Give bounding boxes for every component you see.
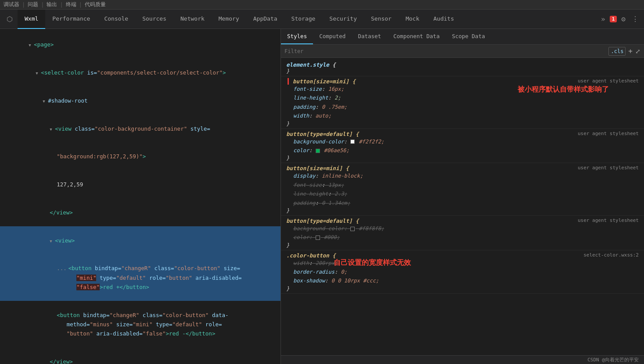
css-prop: border-radius: 0; — [286, 268, 639, 276]
main-content: <page> <select-color is="components/sele… — [0, 29, 644, 364]
more-tabs-icon[interactable]: » — [599, 13, 607, 25]
css-prop-strikethrough: padding: 0 1.34em; — [286, 199, 639, 207]
tree-toggle[interactable] — [50, 124, 55, 133]
css-prop: width: auto; — [286, 111, 639, 120]
dom-panel: <page> <select-color is="components/sele… — [0, 29, 281, 364]
tab-bar: ⬡ Wxml Performance Console Sources Netwo… — [0, 10, 644, 29]
css-prop-strikethrough: background-color: #f8f8f8; — [286, 224, 639, 233]
dom-line: <page> — [0, 31, 281, 59]
tab-sensor[interactable]: Sensor — [364, 10, 399, 29]
styles-panel: Styles Computed Dataset Component Data S… — [281, 29, 644, 364]
css-close-brace: } — [286, 121, 639, 127]
tab-audits[interactable]: Audits — [426, 10, 461, 29]
css-source-label: user agent stylesheet — [578, 78, 639, 84]
css-prop-strikethrough: font-size: 13px; — [286, 181, 639, 189]
bottom-bar: CSDN @向着光芒的平安 — [281, 355, 644, 364]
css-source-label: select-color.wxss:2 — [583, 252, 639, 258]
style-tab-bar: Styles Computed Dataset Component Data S… — [281, 29, 644, 45]
css-block-1: user agent stylesheet button[size=mini] … — [281, 76, 644, 129]
css-block-element-style: element.style { } — [281, 60, 644, 76]
tab-console[interactable]: Console — [97, 10, 135, 29]
menu-icon[interactable]: ⋮ — [630, 13, 640, 25]
dom-line: 127,2,59 — [0, 171, 281, 199]
style-tab-dataset[interactable]: Dataset — [352, 29, 387, 44]
tab-wxml[interactable]: Wxml — [18, 10, 45, 29]
style-tab-component-data[interactable]: Component Data — [387, 29, 446, 44]
css-source-label: user agent stylesheet — [578, 131, 639, 136]
css-prop: color: #06ae56; — [286, 146, 639, 155]
settings-icon[interactable]: ⚙ — [619, 13, 627, 25]
tree-toggle[interactable] — [50, 236, 55, 245]
annotation-text: 被小程序默认自带样式影响了 — [518, 85, 609, 94]
css-block-3: user agent stylesheet button[size=mini] … — [281, 163, 644, 216]
style-tab-scope-data[interactable]: Scope Data — [446, 29, 491, 44]
tree-toggle[interactable] — [29, 40, 34, 49]
css-prop-strikethrough: line-height: 2.3; — [286, 189, 639, 198]
filter-input[interactable] — [284, 48, 608, 54]
color-swatch[interactable] — [316, 149, 320, 153]
css-prop: line-height: 2; — [286, 93, 639, 102]
color-swatch[interactable] — [350, 227, 355, 231]
tab-memory[interactable]: Memory — [212, 10, 246, 29]
css-close-brace: } — [286, 155, 639, 161]
css-selector: element.style { — [286, 61, 639, 68]
breadcrumb-item[interactable]: 输出 — [47, 1, 57, 8]
bottom-text: CSDN @向着光芒的平安 — [587, 357, 639, 363]
tab-sources[interactable]: Sources — [135, 10, 173, 29]
dom-line-selected[interactable]: <view> — [0, 226, 281, 254]
breadcrumb-item[interactable]: 代码质量 — [85, 1, 106, 8]
tab-security[interactable]: Security — [322, 10, 364, 29]
dom-line: </view> — [0, 199, 281, 227]
dom-line: #shadow-root — [0, 87, 281, 115]
badge-count: 1 — [610, 16, 617, 22]
dom-line: "background:rgb(127,2,59)"> — [0, 143, 281, 171]
breadcrumb-item[interactable]: 调试器 — [4, 1, 19, 8]
annotation-text-2: 自己设置的宽度样式无效 — [334, 258, 411, 268]
cursor-tool-icon[interactable]: ⬡ — [2, 11, 18, 27]
css-prop: padding: 0 .75em; — [286, 103, 639, 111]
dom-line[interactable]: <select-color is="components/select-colo… — [0, 59, 281, 87]
css-block-5: select-color.wxss:2 .color-button { widt… — [281, 250, 644, 294]
css-prop: display: inline-block; — [286, 171, 639, 180]
style-tab-computed[interactable]: Computed — [313, 29, 352, 44]
add-style-button[interactable]: + — [628, 47, 633, 55]
css-block-4: user agent stylesheet button[type=defaul… — [281, 216, 644, 250]
css-block-2: user agent stylesheet button[type=defaul… — [281, 129, 644, 164]
dom-line-highlighted[interactable]: ...<button bindtap="changeR" class="colo… — [0, 254, 281, 301]
cls-button[interactable]: .cls — [608, 47, 626, 56]
expand-button[interactable]: ⤢ — [635, 48, 640, 55]
tree-toggle[interactable] — [36, 68, 41, 77]
color-swatch[interactable] — [350, 139, 355, 144]
dom-line: </view> — [0, 348, 281, 364]
breadcrumb-bar: 调试器 | 问题 | 输出 | 终端 | 代码质量 — [0, 0, 644, 10]
css-source-label: user agent stylesheet — [578, 165, 639, 171]
css-close-brace: } — [286, 242, 639, 248]
style-tab-styles[interactable]: Styles — [281, 29, 313, 44]
breadcrumb-item[interactable]: 问题 — [28, 1, 38, 8]
tab-performance[interactable]: Performance — [45, 10, 97, 29]
tab-network[interactable]: Network — [173, 10, 212, 29]
filter-bar: .cls + ⤢ — [281, 45, 644, 58]
color-swatch[interactable] — [316, 236, 320, 240]
styles-content: element.style { } user agent stylesheet … — [281, 58, 644, 355]
tree-toggle[interactable] — [43, 96, 48, 105]
css-source-label: user agent stylesheet — [578, 218, 639, 223]
tab-storage[interactable]: Storage — [284, 10, 323, 29]
css-close-brace: } — [286, 285, 639, 292]
tab-appdata[interactable]: AppData — [246, 10, 284, 29]
tab-mock[interactable]: Mock — [399, 10, 426, 29]
dom-line: <button bindtap="changeR" class="color-b… — [0, 301, 281, 347]
css-prop-strikethrough: color: #000; — [286, 233, 639, 242]
tab-bar-actions: » 1 ⚙ ⋮ — [599, 13, 644, 25]
css-close-brace: } — [286, 68, 639, 74]
breadcrumb-item[interactable]: 终端 — [66, 1, 76, 8]
dom-line: <view class="color-background-container"… — [0, 114, 281, 143]
css-prop: box-shadow: 0 0 10rpx #ccc; — [286, 276, 639, 285]
css-prop: background-color: #f2f2f2; — [286, 137, 639, 146]
css-close-brace: } — [286, 207, 639, 214]
